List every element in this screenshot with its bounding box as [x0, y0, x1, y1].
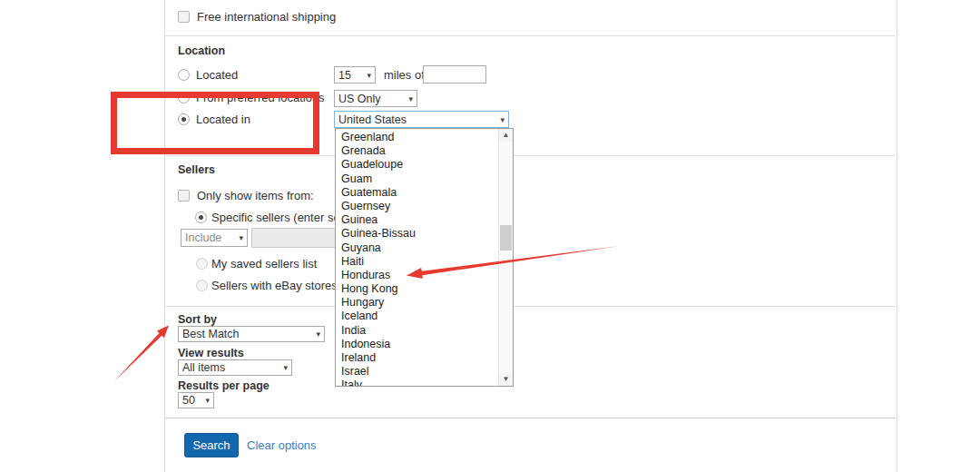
section-divider	[165, 418, 896, 418]
specific-sellers-radio[interactable]	[195, 211, 207, 223]
country-dropdown-list: GreenlandGrenadaGuadeloupeGuamGuatemalaG…	[335, 128, 514, 387]
located-radio[interactable]	[178, 69, 190, 81]
preferred-locations-select[interactable]: US Only ▾	[334, 90, 417, 107]
country-option[interactable]: Guadeloupe	[336, 158, 499, 172]
country-option[interactable]: Guatemala	[336, 186, 499, 200]
sellers-heading: Sellers	[178, 163, 215, 176]
country-option[interactable]: Guam	[336, 172, 499, 186]
country-option[interactable]: Iceland	[336, 310, 499, 323]
country-select[interactable]: United States ▾	[334, 111, 509, 128]
section-divider	[165, 155, 896, 156]
dropdown-caret-icon: ▾	[312, 329, 320, 339]
country-option[interactable]: Hong Kong	[336, 282, 499, 296]
annotation-arrow-sort-by	[114, 326, 169, 382]
miles-of-label: miles of	[384, 68, 425, 82]
dropdown-caret-icon: ▾	[496, 115, 505, 124]
free-international-shipping-checkbox[interactable]	[178, 11, 190, 23]
preferred-locations-value: US Only	[338, 93, 381, 105]
country-select-value: United States	[338, 113, 407, 126]
section-divider	[165, 35, 896, 36]
free-international-shipping-label: Free international shipping	[197, 10, 336, 24]
saved-sellers-label: My saved sellers list	[211, 257, 317, 270]
country-option[interactable]: Guernsey	[336, 200, 499, 213]
dropdown-caret-icon: ▾	[405, 94, 413, 103]
include-exclude-value: Include	[185, 231, 221, 244]
sort-by-heading: Sort by	[178, 313, 217, 326]
sort-by-select[interactable]: Best Match ▾	[178, 326, 325, 342]
country-option[interactable]: Guinea-Bissau	[336, 227, 499, 241]
scroll-down-icon[interactable]: ▼	[499, 373, 513, 386]
section-divider	[165, 306, 896, 307]
only-show-items-checkbox[interactable]	[178, 190, 190, 202]
country-option[interactable]: Guyana	[336, 241, 499, 255]
located-label: Located	[196, 68, 238, 82]
view-results-select[interactable]: All items ▾	[178, 359, 292, 376]
saved-sellers-radio[interactable]	[196, 258, 208, 270]
country-option[interactable]: Ireland	[336, 351, 499, 365]
country-option[interactable]: Haiti	[336, 255, 499, 269]
search-button[interactable]: Search	[184, 433, 239, 457]
country-option[interactable]: India	[336, 324, 499, 338]
view-results-value: All items	[182, 361, 225, 374]
radius-value: 15	[338, 69, 351, 82]
country-option[interactable]: Italy	[336, 379, 499, 386]
country-option[interactable]: Grenada	[336, 144, 499, 158]
ebay-stores-radio[interactable]	[196, 280, 208, 291]
results-per-page-heading: Results per page	[178, 379, 270, 392]
country-option[interactable]: Guinea	[336, 213, 499, 227]
dropdown-caret-icon: ▾	[201, 396, 210, 405]
only-show-items-label: Only show items from:	[197, 189, 314, 202]
advanced-search-page: Free international shipping Location Loc…	[0, 0, 980, 472]
include-exclude-select[interactable]: Include ▾	[181, 229, 248, 247]
clear-options-link[interactable]: Clear options	[247, 438, 317, 452]
dropdown-caret-icon: ▾	[235, 233, 243, 242]
location-heading: Location	[178, 44, 225, 57]
scroll-up-icon[interactable]: ▲	[499, 129, 513, 142]
annotation-highlight-rectangle	[111, 92, 319, 154]
country-options: GreenlandGrenadaGuadeloupeGuamGuatemalaG…	[336, 129, 499, 386]
zip-code-input[interactable]	[423, 65, 486, 84]
country-option[interactable]: Indonesia	[336, 338, 499, 351]
ebay-stores-label: Sellers with eBay stores	[211, 279, 338, 292]
dropdown-scrollbar[interactable]: ▲ ▼	[498, 129, 513, 386]
dropdown-caret-icon: ▾	[363, 71, 371, 80]
results-per-page-select[interactable]: 50 ▾	[178, 392, 214, 408]
country-option[interactable]: Greenland	[336, 131, 499, 144]
dropdown-caret-icon: ▾	[279, 363, 288, 372]
radius-select[interactable]: 15 ▾	[334, 66, 376, 84]
country-option[interactable]: Hungary	[336, 296, 499, 310]
results-per-page-value: 50	[182, 394, 195, 407]
sort-by-value: Best Match	[182, 328, 240, 340]
country-option[interactable]: Honduras	[336, 269, 499, 282]
country-option[interactable]: Israel	[336, 365, 499, 379]
view-results-heading: View results	[178, 347, 244, 359]
scrollbar-thumb[interactable]	[500, 225, 512, 251]
